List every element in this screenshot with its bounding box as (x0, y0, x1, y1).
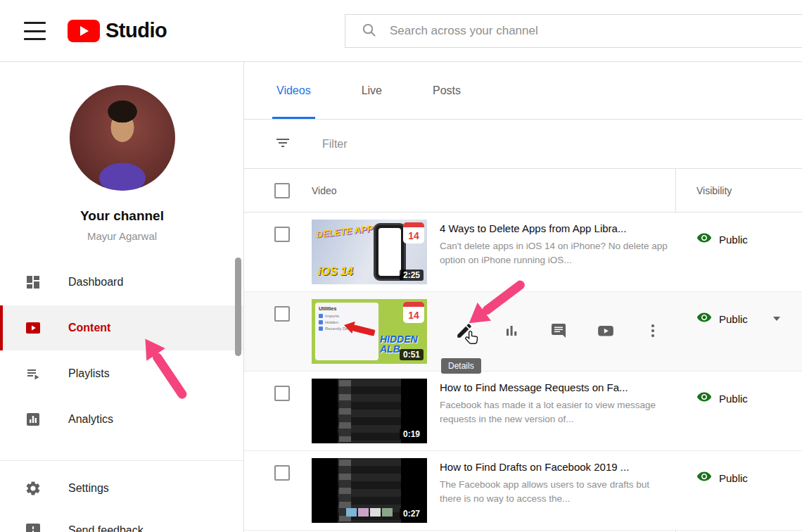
table-header: Video Visibility (244, 169, 802, 213)
thumbnail-text: Hidden (325, 320, 338, 324)
tab-live[interactable]: Live (362, 62, 382, 119)
table-row: 0:19 How to Find Message Requests on Fa.… (244, 372, 802, 451)
visibility-cell: Public (696, 230, 748, 248)
content-icon (25, 319, 42, 336)
settings-gear-icon (25, 480, 42, 497)
sidebar-item-label: Content (68, 322, 110, 334)
analytics-bars-icon[interactable] (502, 322, 521, 340)
feedback-icon (25, 522, 42, 532)
column-header-video: Video (312, 185, 337, 196)
playlists-icon (25, 365, 42, 382)
sidebar: Your channel Mayur Agarwal Dashboard Con… (0, 62, 244, 532)
visibility-cell: Public (696, 469, 748, 487)
channel-name: Mayur Agarwal (0, 230, 244, 242)
sidebar-item-settings[interactable]: Settings (0, 466, 243, 511)
sidebar-item-content[interactable]: Content (0, 305, 243, 350)
select-all-checkbox[interactable] (274, 183, 290, 198)
video-description: Facebook has made it a lot easier to vie… (440, 398, 669, 427)
video-duration: 0:27 (400, 508, 424, 519)
video-thumbnail[interactable]: DELETE APPS iOS 14 14 2:25 (312, 220, 427, 284)
thumbnail-text: DELETE APPS (315, 222, 379, 239)
video-thumbnail[interactable]: Utilities Imports Hidden Recently Delete… (312, 299, 427, 364)
row-checkbox[interactable] (274, 465, 290, 481)
visibility-label: Public (719, 313, 748, 325)
comments-icon[interactable] (549, 322, 568, 340)
channel-avatar (70, 85, 175, 191)
public-eye-icon (696, 469, 712, 487)
row-checkbox[interactable] (274, 306, 290, 322)
studio-logo-text: Studio (106, 19, 167, 42)
youtube-studio-app: Studio Your channel Mayur Agarwal Dashbo… (0, 0, 802, 532)
table-row-hovered: Utilities Imports Hidden Recently Delete… (244, 292, 802, 372)
details-tooltip: Details (441, 358, 481, 374)
video-rows: DELETE APPS iOS 14 14 2:25 4 Ways to Del… (244, 213, 802, 531)
filter-label: Filter (322, 138, 348, 151)
dashboard-icon (25, 274, 42, 291)
sidebar-item-send-feedback[interactable]: Send feedback (0, 508, 243, 532)
youtube-play-logo-icon (68, 20, 100, 42)
filter-bar[interactable]: Filter (244, 120, 802, 169)
analytics-icon (25, 411, 42, 428)
visibility-cell: Public (696, 389, 748, 407)
youtube-studio-logo[interactable]: Studio (68, 19, 167, 42)
video-title[interactable]: How to Find Message Requests on Fa... (440, 381, 669, 393)
video-thumbnail[interactable]: 0:27 (312, 458, 427, 523)
content-main: Videos Live Posts Filter Video Visibilit… (244, 62, 802, 532)
column-header-visibility: Visibility (696, 185, 732, 196)
public-eye-icon (696, 310, 712, 328)
video-title[interactable]: How to Find Drafts on Facebook 2019 ... (440, 461, 669, 473)
tab-label: Live (362, 84, 382, 97)
sidebar-item-analytics[interactable]: Analytics (0, 397, 243, 442)
row-hover-actions (455, 322, 662, 340)
video-thumbnail[interactable]: 0:19 (312, 379, 427, 443)
sidebar-item-label: Send feedback (68, 524, 144, 532)
sidebar-item-label: Playlists (68, 367, 110, 380)
channel-content-tabs: Videos Live Posts (244, 62, 802, 120)
video-description: Can't delete apps in iOS 14 on iPhone? N… (440, 239, 669, 268)
tab-label: Videos (276, 84, 311, 97)
sidebar-item-playlists[interactable]: Playlists (0, 351, 243, 396)
sidebar-divider (0, 460, 243, 461)
video-description: The Facebook app allows users to save dr… (440, 478, 669, 507)
row-checkbox[interactable] (274, 386, 290, 401)
visibility-dropdown-caret-icon[interactable] (773, 317, 780, 321)
search-input[interactable] (390, 24, 756, 38)
sidebar-scrollbar[interactable] (235, 258, 241, 356)
filter-icon (274, 134, 291, 154)
video-duration: 0:19 (400, 429, 424, 440)
channel-search-bar (345, 14, 802, 48)
tab-label: Posts (433, 84, 461, 97)
row-checkbox[interactable] (274, 227, 290, 242)
thumbnail-text: Imports (325, 314, 339, 318)
search-icon (361, 22, 377, 41)
thumbnail-text: Utilities (319, 306, 375, 311)
sidebar-item-dashboard[interactable]: Dashboard (0, 260, 243, 305)
visibility-label: Public (719, 393, 748, 405)
top-header: Studio (0, 0, 802, 62)
video-title[interactable]: 4 Ways to Delete Apps from App Libra... (440, 222, 669, 234)
sidebar-item-label: Settings (68, 482, 109, 495)
table-row: DELETE APPS iOS 14 14 2:25 4 Ways to Del… (244, 213, 802, 292)
calendar-badge: 14 (403, 302, 424, 323)
sidebar-item-label: Dashboard (68, 276, 123, 289)
table-row: 0:27 How to Find Drafts on Facebook 2019… (244, 451, 802, 531)
channel-label: Your channel (0, 208, 244, 224)
more-options-dots-icon[interactable] (644, 322, 662, 340)
visibility-label: Public (719, 472, 748, 484)
visibility-label: Public (719, 234, 748, 246)
visibility-cell[interactable]: Public (696, 310, 780, 328)
view-on-youtube-icon[interactable] (597, 322, 615, 340)
thumbnail-text: iOS 14 (318, 265, 353, 278)
thumbnail-strip-graphic (346, 508, 393, 517)
public-eye-icon (696, 230, 712, 248)
mouse-cursor-hand (464, 330, 480, 351)
video-duration: 2:25 (400, 270, 424, 281)
screenshot-graphic (338, 379, 401, 443)
sidebar-item-label: Analytics (68, 413, 113, 426)
video-duration: 0:51 (400, 349, 424, 360)
calendar-badge: 14 (403, 222, 424, 243)
public-eye-icon (696, 389, 712, 407)
tab-posts[interactable]: Posts (433, 62, 461, 119)
tab-videos[interactable]: Videos (276, 62, 311, 119)
hamburger-menu-icon[interactable] (24, 22, 46, 40)
